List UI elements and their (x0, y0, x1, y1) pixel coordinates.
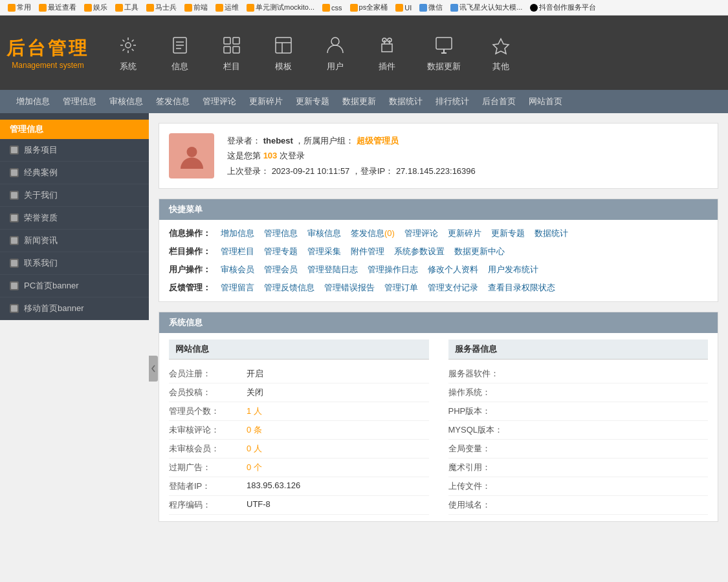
secondary-nav-update-topics[interactable]: 更新专题 (289, 91, 336, 113)
doc-small-icon-6 (10, 259, 19, 268)
link-add-info[interactable]: 增加信息 (221, 228, 254, 239)
bookmark-item[interactable]: 最近查看 (36, 2, 79, 13)
nav-item-system[interactable]: 系统 (109, 28, 148, 78)
link-review-members[interactable]: 审核会员 (221, 264, 254, 275)
sidebar-item-mobile-banner[interactable]: 移动首页banner (0, 297, 149, 320)
user-card: 登录者： thebest ，所属用户组： 超级管理员 这是您第 103 次登录 … (159, 123, 718, 189)
bookmark-item[interactable]: 马士兵 (144, 2, 179, 13)
sidebar-item-cases[interactable]: 经典案例 (0, 162, 149, 184)
sidebar-item-about[interactable]: 关于我们 (0, 184, 149, 207)
secondary-nav-data-update[interactable]: 数据更新 (336, 91, 382, 113)
last-login-ip-label: ，登录IP： (352, 166, 393, 176)
grid-icon (220, 34, 243, 57)
nav-item-template[interactable]: 模板 (264, 28, 303, 78)
main-layout: 管理信息 服务项目 经典案例 关于我们 (0, 113, 728, 582)
nav-item-data-update[interactable]: 数据更新 (419, 28, 469, 78)
nav-item-column[interactable]: 栏目 (212, 28, 251, 78)
sidebar-item-service[interactable]: 服务项目 (0, 139, 149, 162)
info-value: 0 条 (247, 424, 262, 436)
nav-label-column: 栏目 (223, 61, 240, 72)
bookmark-item[interactable]: 单元测试mockito... (244, 2, 317, 13)
doc-small-icon-5 (10, 236, 19, 245)
link-attachment-manage[interactable]: 附件管理 (351, 246, 384, 257)
collapse-handle[interactable] (149, 356, 158, 382)
secondary-nav-update-fragments[interactable]: 更新碎片 (243, 91, 289, 113)
bookmark-item[interactable]: ps全家桶 (347, 2, 391, 13)
link-manage-errors[interactable]: 管理错误报告 (324, 282, 375, 294)
secondary-nav-manage-info[interactable]: 管理信息 (56, 91, 103, 113)
info-row-php-version: PHP版本： (448, 402, 709, 421)
link-review-info[interactable]: 审核信息 (307, 228, 341, 239)
info-label: 会员注册： (169, 368, 247, 380)
bookmark-item[interactable]: UI (393, 3, 414, 12)
link-view-permissions[interactable]: 查看目录权限状态 (488, 282, 555, 294)
secondary-nav-sign-info[interactable]: 签发信息 (149, 91, 196, 113)
link-manage-info[interactable]: 管理信息 (264, 228, 298, 239)
doc-small-icon-4 (10, 213, 19, 222)
link-manage-members[interactable]: 管理会员 (264, 264, 298, 275)
username: thebest (263, 136, 293, 146)
secondary-nav-backend-home[interactable]: 后台首页 (476, 91, 522, 113)
bookmark-item[interactable]: 微信 (417, 2, 445, 13)
content: 登录者： thebest ，所属用户组： 超级管理员 这是您第 103 次登录 … (149, 113, 728, 582)
bookmark-item[interactable]: 工具 (113, 2, 141, 13)
sign-badge: (0) (384, 228, 395, 238)
info-label: 服务器软件： (448, 368, 526, 380)
quick-menu-row-column: 栏目操作： 管理栏目 管理专题 管理采集 附件管理 系统参数设置 数据更新中心 (169, 246, 708, 257)
info-label: MYSQL版本： (448, 424, 526, 436)
info-row-global-vars: 全局变量： (448, 440, 709, 458)
nav-item-info[interactable]: 信息 (160, 28, 199, 78)
link-manage-collect[interactable]: 管理采集 (307, 246, 341, 257)
bookmark-item[interactable]: css (320, 3, 345, 12)
link-manage-messages[interactable]: 管理留言 (221, 282, 254, 294)
info-row-member-reg: 会员注册： 开启 (169, 365, 429, 383)
info-value: 开启 (247, 368, 263, 380)
link-user-publish-stats[interactable]: 用户发布统计 (488, 264, 538, 275)
nav-item-plugin[interactable]: 插件 (368, 28, 406, 78)
sidebar-item-news[interactable]: 新闻资讯 (0, 230, 149, 252)
secondary-nav-add-info[interactable]: 增加信息 (10, 91, 56, 113)
secondary-nav-manage-comments[interactable]: 管理评论 (196, 91, 243, 113)
secondary-nav-website-home[interactable]: 网站首页 (522, 91, 569, 113)
doc-small-icon (10, 146, 19, 155)
monitor-icon (432, 34, 456, 57)
secondary-nav-rank-stats[interactable]: 排行统计 (429, 91, 476, 113)
bookmark-item[interactable]: 娱乐 (82, 2, 110, 13)
sidebar: 管理信息 服务项目 经典案例 关于我们 (0, 113, 149, 320)
svg-rect-5 (224, 38, 230, 44)
link-operation-log[interactable]: 管理操作日志 (368, 264, 418, 275)
info-label: 登陆者IP： (169, 480, 247, 492)
link-data-stats[interactable]: 数据统计 (535, 228, 568, 239)
info-row-server-software: 服务器软件： (448, 365, 709, 383)
logo-subtitle: Management system (12, 61, 83, 70)
sidebar-item-pc-banner[interactable]: PC首页banner (0, 275, 149, 297)
sidebar-item-contact[interactable]: 联系我们 (0, 252, 149, 275)
nav-label-plugin: 插件 (379, 61, 395, 72)
link-login-log[interactable]: 管理登陆日志 (307, 264, 358, 275)
secondary-nav-data-stats[interactable]: 数据统计 (382, 91, 429, 113)
bookmark-item[interactable]: 常用 (5, 2, 34, 13)
link-manage-topics[interactable]: 管理专题 (264, 246, 298, 257)
sidebar-item-honors[interactable]: 荣誉资质 (0, 207, 149, 230)
link-manage-orders[interactable]: 管理订单 (384, 282, 418, 294)
link-sys-params[interactable]: 系统参数设置 (394, 246, 445, 257)
info-row-unreviewed-comments: 未审核评论： 0 条 (169, 421, 429, 440)
link-manage-comments[interactable]: 管理评论 (404, 228, 438, 239)
quick-menu-links-user: 审核会员 管理会员 管理登陆日志 管理操作日志 修改个人资料 用户发布统计 (221, 264, 538, 275)
bookmark-item[interactable]: 运维 (213, 2, 241, 13)
bookmark-item[interactable]: 前端 (182, 2, 210, 13)
link-edit-profile[interactable]: 修改个人资料 (428, 264, 478, 275)
nav-item-user[interactable]: 用户 (316, 28, 355, 78)
info-label: 过期广告： (169, 462, 247, 473)
link-manage-columns[interactable]: 管理栏目 (221, 246, 254, 257)
link-manage-feedback[interactable]: 管理反馈信息 (264, 282, 314, 294)
link-data-update-center[interactable]: 数据更新中心 (454, 246, 505, 257)
bookmark-item[interactable]: 讯飞星火认知大模... (448, 2, 525, 13)
secondary-nav-review-info[interactable]: 审核信息 (103, 91, 149, 113)
link-sign-info[interactable]: 签发信息(0) (351, 228, 395, 239)
link-update-topics[interactable]: 更新专题 (491, 228, 525, 239)
link-manage-payments[interactable]: 管理支付记录 (428, 282, 478, 294)
nav-item-other[interactable]: 其他 (481, 28, 520, 78)
link-update-fragments[interactable]: 更新碎片 (448, 228, 481, 239)
bookmark-item[interactable]: 抖音创作服务平台 (527, 2, 599, 13)
